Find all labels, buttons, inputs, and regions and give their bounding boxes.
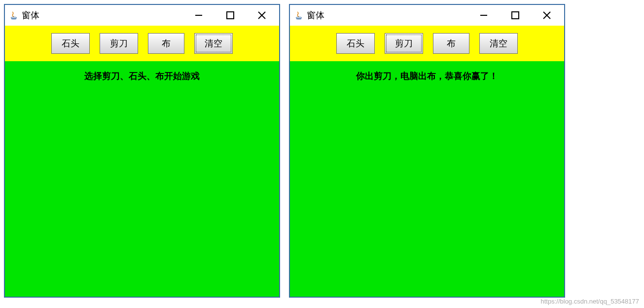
minimize-button[interactable] <box>478 9 490 21</box>
maximize-button[interactable] <box>224 9 236 21</box>
status-message: 选择剪刀、石头、布开始游戏 <box>5 70 279 82</box>
close-button[interactable] <box>256 9 268 21</box>
java-icon <box>294 10 304 20</box>
svg-rect-9 <box>512 12 519 19</box>
status-message: 你出剪刀，电脑出布，恭喜你赢了！ <box>290 70 564 82</box>
clear-button[interactable]: 清空 <box>194 33 233 54</box>
titlebar-left: 窗体 <box>294 9 478 21</box>
minimize-button[interactable] <box>193 9 205 21</box>
window-title: 窗体 <box>307 9 324 21</box>
window-controls <box>193 9 275 21</box>
toolbar: 石头 剪刀 布 清空 <box>290 26 564 61</box>
toolbar: 石头 剪刀 布 清空 <box>5 26 279 61</box>
scissors-button[interactable]: 剪刀 <box>385 33 423 54</box>
svg-rect-3 <box>227 12 234 19</box>
window-title: 窗体 <box>22 9 39 21</box>
scissors-button[interactable]: 剪刀 <box>100 33 138 54</box>
java-icon <box>9 10 19 20</box>
titlebar: 窗体 <box>290 5 564 26</box>
rock-button[interactable]: 石头 <box>51 33 90 54</box>
rock-button[interactable]: 石头 <box>336 33 375 54</box>
paper-button[interactable]: 布 <box>148 33 184 54</box>
watermark: https://blog.csdn.net/qq_53548177 <box>541 298 640 305</box>
clear-button[interactable]: 清空 <box>479 33 518 54</box>
titlebar-left: 窗体 <box>9 9 193 21</box>
app-window-2: 窗体 石头 剪刀 布 清空 你出剪刀，电脑出布，恭喜你赢了！ <box>289 4 565 298</box>
close-button[interactable] <box>541 9 553 21</box>
titlebar: 窗体 <box>5 5 279 26</box>
content-area: 选择剪刀、石头、布开始游戏 <box>5 61 279 297</box>
paper-button[interactable]: 布 <box>433 33 469 54</box>
window-controls <box>478 9 560 21</box>
maximize-button[interactable] <box>509 9 521 21</box>
content-area: 你出剪刀，电脑出布，恭喜你赢了！ <box>290 61 564 297</box>
app-window-1: 窗体 石头 剪刀 布 清空 选择剪刀、石头、布开始游戏 <box>4 4 280 298</box>
